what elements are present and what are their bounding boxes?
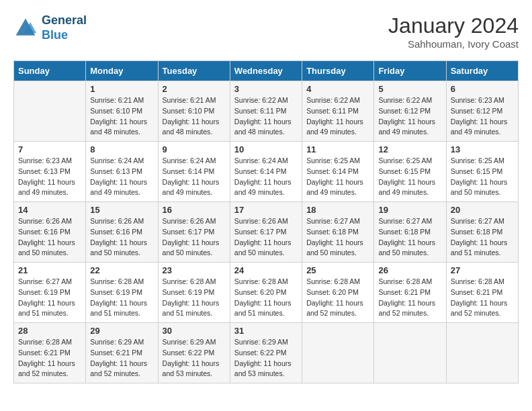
day-info: Sunrise: 6:28 AMSunset: 6:21 PMDaylight:…	[451, 277, 514, 319]
logo-line2: Blue	[42, 28, 68, 42]
day-info: Sunrise: 6:28 AMSunset: 6:20 PMDaylight:…	[234, 277, 298, 319]
day-number: 26	[378, 265, 441, 275]
logo: General Blue	[13, 13, 87, 42]
calendar-cell: 20 Sunrise: 6:27 AMSunset: 6:18 PMDaylig…	[446, 202, 518, 263]
calendar-table: SundayMondayTuesdayWednesdayThursdayFrid…	[13, 60, 519, 383]
day-info: Sunrise: 6:28 AMSunset: 6:21 PMDaylight:…	[378, 277, 441, 319]
page-header: General Blue January 2024 Sahhouman, Ivo…	[13, 13, 519, 50]
calendar-cell: 18 Sunrise: 6:27 AMSunset: 6:18 PMDaylig…	[302, 202, 374, 263]
day-info: Sunrise: 6:29 AMSunset: 6:22 PMDaylight:…	[163, 337, 226, 379]
calendar-cell: 1 Sunrise: 6:21 AMSunset: 6:10 PMDayligh…	[86, 81, 158, 142]
calendar-cell: 31 Sunrise: 6:29 AMSunset: 6:22 PMDaylig…	[230, 323, 302, 383]
day-info: Sunrise: 6:29 AMSunset: 6:21 PMDaylight:…	[90, 337, 153, 379]
day-number: 6	[451, 84, 514, 94]
day-number: 1	[90, 84, 153, 94]
day-info: Sunrise: 6:22 AMSunset: 6:11 PMDaylight:…	[306, 95, 369, 138]
day-number: 25	[306, 265, 369, 275]
calendar-week-row: 1 Sunrise: 6:21 AMSunset: 6:10 PMDayligh…	[14, 81, 519, 142]
calendar-cell: 13 Sunrise: 6:25 AMSunset: 6:15 PMDaylig…	[446, 142, 518, 202]
calendar-cell: 3 Sunrise: 6:22 AMSunset: 6:11 PMDayligh…	[230, 81, 302, 142]
day-info: Sunrise: 6:26 AMSunset: 6:16 PMDaylight:…	[18, 216, 81, 259]
day-number: 22	[90, 265, 153, 275]
day-header: Sunday	[14, 61, 86, 81]
calendar-cell: 11 Sunrise: 6:25 AMSunset: 6:14 PMDaylig…	[302, 142, 374, 202]
calendar-cell: 8 Sunrise: 6:24 AMSunset: 6:13 PMDayligh…	[86, 142, 158, 202]
day-info: Sunrise: 6:27 AMSunset: 6:19 PMDaylight:…	[18, 277, 81, 319]
day-number: 23	[163, 265, 226, 275]
day-number: 11	[306, 144, 369, 154]
day-info: Sunrise: 6:27 AMSunset: 6:18 PMDaylight:…	[306, 216, 369, 259]
day-number: 21	[18, 265, 81, 275]
day-number: 12	[378, 144, 441, 154]
calendar-week-row: 7 Sunrise: 6:23 AMSunset: 6:13 PMDayligh…	[14, 142, 519, 202]
calendar-week-row: 21 Sunrise: 6:27 AMSunset: 6:19 PMDaylig…	[14, 263, 519, 323]
day-info: Sunrise: 6:26 AMSunset: 6:17 PMDaylight:…	[163, 216, 226, 259]
title-block: January 2024 Sahhouman, Ivory Coast	[388, 13, 519, 50]
day-info: Sunrise: 6:21 AMSunset: 6:10 PMDaylight:…	[163, 95, 226, 138]
day-number: 10	[234, 144, 298, 154]
day-number: 19	[378, 205, 441, 215]
day-number: 3	[234, 84, 298, 94]
day-header: Thursday	[302, 61, 374, 81]
day-info: Sunrise: 6:25 AMSunset: 6:15 PMDaylight:…	[378, 156, 441, 198]
calendar-cell	[14, 81, 86, 142]
day-number: 27	[451, 265, 514, 275]
day-info: Sunrise: 6:22 AMSunset: 6:12 PMDaylight:…	[378, 95, 441, 138]
day-info: Sunrise: 6:25 AMSunset: 6:15 PMDaylight:…	[451, 156, 514, 198]
day-info: Sunrise: 6:27 AMSunset: 6:18 PMDaylight:…	[451, 216, 514, 259]
day-info: Sunrise: 6:29 AMSunset: 6:22 PMDaylight:…	[234, 337, 298, 379]
day-info: Sunrise: 6:23 AMSunset: 6:13 PMDaylight:…	[18, 156, 81, 198]
calendar-cell: 10 Sunrise: 6:24 AMSunset: 6:14 PMDaylig…	[230, 142, 302, 202]
day-info: Sunrise: 6:26 AMSunset: 6:16 PMDaylight:…	[90, 216, 153, 259]
day-info: Sunrise: 6:28 AMSunset: 6:20 PMDaylight:…	[306, 277, 369, 319]
location: Sahhouman, Ivory Coast	[388, 38, 519, 50]
day-info: Sunrise: 6:22 AMSunset: 6:11 PMDaylight:…	[234, 95, 298, 138]
calendar-cell: 17 Sunrise: 6:26 AMSunset: 6:17 PMDaylig…	[230, 202, 302, 263]
day-number: 5	[378, 84, 441, 94]
day-info: Sunrise: 6:28 AMSunset: 6:19 PMDaylight:…	[90, 277, 153, 319]
calendar-cell: 26 Sunrise: 6:28 AMSunset: 6:21 PMDaylig…	[374, 263, 446, 323]
day-number: 9	[163, 144, 226, 154]
calendar-cell: 9 Sunrise: 6:24 AMSunset: 6:14 PMDayligh…	[158, 142, 230, 202]
calendar-cell: 30 Sunrise: 6:29 AMSunset: 6:22 PMDaylig…	[158, 323, 230, 383]
day-number: 8	[90, 144, 153, 154]
day-header: Monday	[86, 61, 158, 81]
calendar-cell: 14 Sunrise: 6:26 AMSunset: 6:16 PMDaylig…	[14, 202, 86, 263]
month-year: January 2024	[388, 13, 519, 38]
logo-line1: General	[42, 13, 87, 27]
day-header: Wednesday	[230, 61, 302, 81]
day-number: 29	[90, 326, 153, 336]
day-number: 13	[451, 144, 514, 154]
calendar-cell: 16 Sunrise: 6:26 AMSunset: 6:17 PMDaylig…	[158, 202, 230, 263]
day-number: 4	[306, 84, 369, 94]
calendar-cell: 27 Sunrise: 6:28 AMSunset: 6:21 PMDaylig…	[446, 263, 518, 323]
calendar-week-row: 28 Sunrise: 6:28 AMSunset: 6:21 PMDaylig…	[14, 323, 519, 383]
day-info: Sunrise: 6:27 AMSunset: 6:18 PMDaylight:…	[378, 216, 441, 259]
calendar-cell: 5 Sunrise: 6:22 AMSunset: 6:12 PMDayligh…	[374, 81, 446, 142]
calendar-cell: 12 Sunrise: 6:25 AMSunset: 6:15 PMDaylig…	[374, 142, 446, 202]
day-info: Sunrise: 6:28 AMSunset: 6:19 PMDaylight:…	[163, 277, 226, 319]
day-info: Sunrise: 6:24 AMSunset: 6:14 PMDaylight:…	[163, 156, 226, 198]
calendar-cell: 2 Sunrise: 6:21 AMSunset: 6:10 PMDayligh…	[158, 81, 230, 142]
day-number: 20	[451, 205, 514, 215]
calendar-cell	[374, 323, 446, 383]
day-info: Sunrise: 6:28 AMSunset: 6:21 PMDaylight:…	[18, 337, 81, 379]
day-number: 17	[234, 205, 298, 215]
day-number: 16	[163, 205, 226, 215]
calendar-cell: 28 Sunrise: 6:28 AMSunset: 6:21 PMDaylig…	[14, 323, 86, 383]
day-number: 24	[234, 265, 298, 275]
calendar-cell: 25 Sunrise: 6:28 AMSunset: 6:20 PMDaylig…	[302, 263, 374, 323]
calendar-cell: 19 Sunrise: 6:27 AMSunset: 6:18 PMDaylig…	[374, 202, 446, 263]
calendar-cell: 6 Sunrise: 6:23 AMSunset: 6:12 PMDayligh…	[446, 81, 518, 142]
calendar-cell: 4 Sunrise: 6:22 AMSunset: 6:11 PMDayligh…	[302, 81, 374, 142]
logo-icon	[13, 16, 38, 40]
day-info: Sunrise: 6:23 AMSunset: 6:12 PMDaylight:…	[451, 95, 514, 138]
day-number: 18	[306, 205, 369, 215]
day-number: 30	[163, 326, 226, 336]
day-info: Sunrise: 6:24 AMSunset: 6:14 PMDaylight:…	[234, 156, 298, 198]
day-number: 7	[18, 144, 81, 154]
day-number: 31	[234, 326, 298, 336]
day-header: Friday	[374, 61, 446, 81]
day-number: 2	[163, 84, 226, 94]
calendar-cell: 7 Sunrise: 6:23 AMSunset: 6:13 PMDayligh…	[14, 142, 86, 202]
